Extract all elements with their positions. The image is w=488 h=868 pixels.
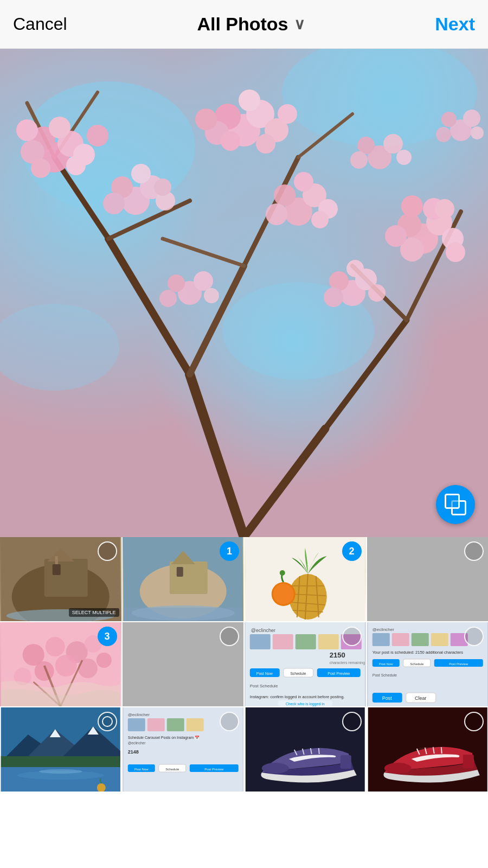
svg-text:Post Now: Post Now xyxy=(134,768,148,771)
svg-point-35 xyxy=(221,131,240,151)
svg-text:Check who is logged in: Check who is logged in xyxy=(286,702,325,706)
photo-selector-numbered[interactable]: 1 xyxy=(220,541,239,561)
photo-selector-circle[interactable] xyxy=(342,627,362,646)
thumbnail-item[interactable] xyxy=(367,707,489,792)
svg-point-46 xyxy=(435,199,454,219)
svg-point-27 xyxy=(87,125,108,146)
photo-selector-circle[interactable] xyxy=(464,541,484,561)
svg-rect-144 xyxy=(391,633,409,646)
svg-point-199 xyxy=(384,763,411,774)
svg-point-26 xyxy=(16,119,38,141)
svg-text:Post Preview: Post Preview xyxy=(328,672,350,675)
svg-text:Post Preview: Post Preview xyxy=(204,768,224,771)
svg-line-4 xyxy=(190,374,244,537)
selected-photo-preview xyxy=(0,49,488,537)
svg-rect-174 xyxy=(127,718,145,731)
cherry-blossom-image xyxy=(0,49,488,537)
svg-rect-176 xyxy=(166,718,184,731)
svg-point-111 xyxy=(46,637,65,656)
svg-point-81 xyxy=(471,126,484,139)
photo-selector-circle[interactable] xyxy=(464,627,484,646)
thumbnail-item[interactable]: 3 xyxy=(0,622,121,706)
svg-point-76 xyxy=(396,150,412,165)
svg-point-59 xyxy=(266,203,287,225)
thumbnail-item[interactable]: SELECT MULTIPLE xyxy=(0,537,121,621)
svg-point-115 xyxy=(55,655,77,676)
album-title: All Photos xyxy=(197,14,288,35)
svg-rect-85 xyxy=(44,559,88,597)
svg-rect-166 xyxy=(1,756,120,767)
svg-rect-94 xyxy=(176,567,183,577)
photo-selector-circle[interactable] xyxy=(220,712,239,731)
svg-rect-88 xyxy=(55,556,58,564)
cancel-button[interactable]: Cancel xyxy=(13,14,67,34)
thumbnail-item[interactable] xyxy=(0,707,121,792)
svg-point-108 xyxy=(280,570,285,576)
photo-selector-circle[interactable] xyxy=(220,627,239,646)
svg-point-74 xyxy=(383,134,403,154)
svg-line-13 xyxy=(163,239,244,266)
photo-selector-circle[interactable] xyxy=(98,541,117,561)
svg-point-82 xyxy=(436,127,451,142)
svg-text:characters remaining: characters remaining xyxy=(330,661,365,665)
photo-selector-numbered[interactable]: 2 xyxy=(342,541,362,561)
svg-point-34 xyxy=(256,134,275,154)
svg-text:Schedule: Schedule xyxy=(165,768,179,771)
svg-point-192 xyxy=(262,763,289,774)
svg-point-61 xyxy=(311,211,329,228)
svg-rect-146 xyxy=(431,633,448,646)
svg-rect-143 xyxy=(372,633,389,646)
photo-selector-circle[interactable] xyxy=(342,712,362,731)
thumbnail-item[interactable]: @eclincher 2150 characters remaining Pos… xyxy=(245,622,366,706)
svg-text:Post Schedule: Post Schedule xyxy=(250,684,278,688)
album-selector[interactable]: All Photos ∨ xyxy=(197,14,305,35)
svg-rect-175 xyxy=(147,718,164,731)
multi-select-button[interactable] xyxy=(436,485,475,524)
svg-text:@eclincher: @eclincher xyxy=(127,712,149,717)
svg-line-9 xyxy=(244,429,325,537)
svg-rect-127 xyxy=(318,634,339,649)
svg-rect-87 xyxy=(53,564,61,575)
svg-text:Schedule: Schedule xyxy=(410,662,424,666)
svg-point-47 xyxy=(401,195,423,217)
thumbnail-item[interactable]: @eclincher Schedule Carousel Posts on In… xyxy=(123,707,244,792)
thumbnail-item[interactable] xyxy=(367,537,489,621)
svg-point-33 xyxy=(239,90,260,111)
thumbnail-item[interactable]: @eclincher Your post is scheduled: 2150 … xyxy=(367,622,489,706)
svg-rect-96 xyxy=(123,608,242,621)
svg-point-118 xyxy=(97,653,112,668)
svg-point-80 xyxy=(441,112,457,127)
next-button[interactable]: Next xyxy=(435,14,475,35)
svg-line-198 xyxy=(441,747,441,754)
svg-point-44 xyxy=(446,242,465,262)
svg-rect-145 xyxy=(411,633,428,646)
main-preview-area xyxy=(0,49,488,537)
svg-text:2150: 2150 xyxy=(330,651,345,659)
svg-text:Post Now: Post Now xyxy=(256,672,273,675)
photo-selector-circle[interactable] xyxy=(98,712,117,731)
svg-rect-92 xyxy=(169,561,207,594)
svg-text:@eclincher: @eclincher xyxy=(127,741,145,745)
thumbnail-item[interactable] xyxy=(245,707,366,792)
svg-text:Post Now: Post Now xyxy=(378,662,393,666)
svg-text:@eclincher: @eclincher xyxy=(372,627,394,632)
svg-point-25 xyxy=(31,158,50,178)
svg-point-57 xyxy=(274,184,296,206)
photo-selector-circle[interactable] xyxy=(464,712,484,731)
svg-point-52 xyxy=(103,193,125,214)
thumbnail-item[interactable] xyxy=(123,622,244,706)
svg-text:Post Schedule: Post Schedule xyxy=(372,673,396,677)
svg-rect-126 xyxy=(296,634,316,649)
svg-line-5 xyxy=(108,239,190,374)
svg-text:Post Preview: Post Preview xyxy=(449,662,468,666)
svg-rect-200 xyxy=(463,755,473,768)
svg-text:2148: 2148 xyxy=(127,749,138,755)
svg-point-54 xyxy=(154,178,171,196)
photo-picker-header: Cancel All Photos ∨ Next xyxy=(0,0,488,49)
thumbnail-item[interactable]: 2 xyxy=(245,537,366,621)
svg-point-60 xyxy=(294,172,313,192)
svg-point-70 xyxy=(168,275,185,292)
svg-point-37 xyxy=(278,104,297,124)
thumbnail-item[interactable]: 1 xyxy=(123,537,244,621)
photo-selector-numbered[interactable]: 3 xyxy=(98,627,117,646)
